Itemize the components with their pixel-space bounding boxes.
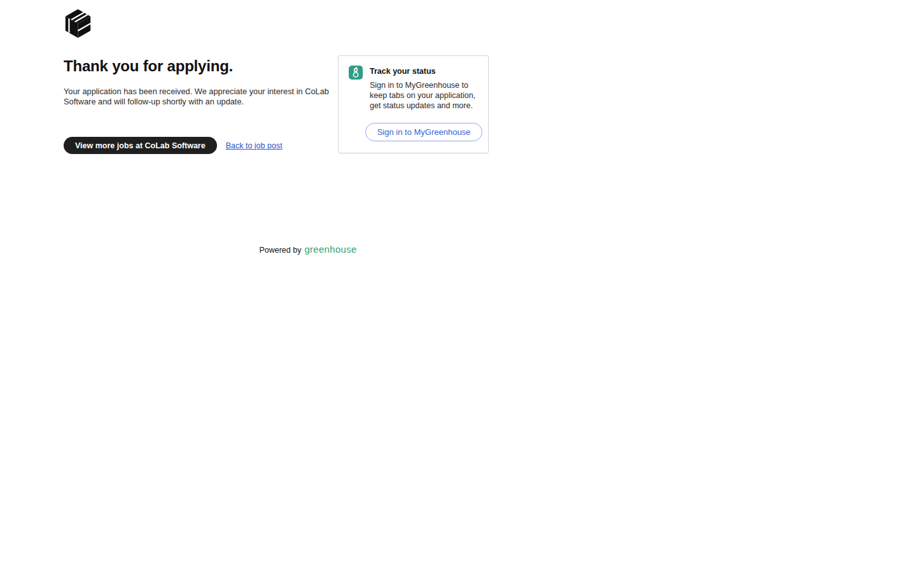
greenhouse-wordmark-link[interactable]: greenhouse	[304, 244, 356, 255]
confirmation-message: Your application has been received. We a…	[64, 87, 338, 107]
greenhouse-g-icon	[349, 66, 363, 80]
track-status-card: Track your status Sign in to MyGreenhous…	[338, 55, 489, 153]
company-logo	[64, 8, 489, 39]
confirmation-section: Thank you for applying. Your application…	[64, 57, 338, 154]
powered-by-label: Powered by	[259, 246, 301, 255]
view-more-jobs-button[interactable]: View more jobs at CoLab Software	[64, 137, 217, 154]
content-row: Thank you for applying. Your application…	[64, 57, 489, 154]
page-title: Thank you for applying.	[64, 57, 338, 75]
back-to-job-post-link[interactable]: Back to job post	[226, 141, 283, 150]
sign-in-mygreenhouse-button[interactable]: Sign in to MyGreenhouse	[365, 123, 483, 141]
page-container: Thank you for applying. Your application…	[0, 0, 489, 255]
card-body-text: Sign in to MyGreenhouse to keep tabs on …	[370, 80, 478, 111]
card-actions: Sign in to MyGreenhouse	[370, 123, 478, 141]
action-row: View more jobs at CoLab Software Back to…	[64, 137, 338, 154]
card-header: Track your status Sign in to MyGreenhous…	[349, 66, 478, 111]
card-title: Track your status	[370, 67, 478, 76]
footer: Powered by greenhouse	[64, 244, 552, 255]
colab-cube-icon	[64, 8, 489, 39]
card-text-column: Track your status Sign in to MyGreenhous…	[370, 66, 478, 111]
